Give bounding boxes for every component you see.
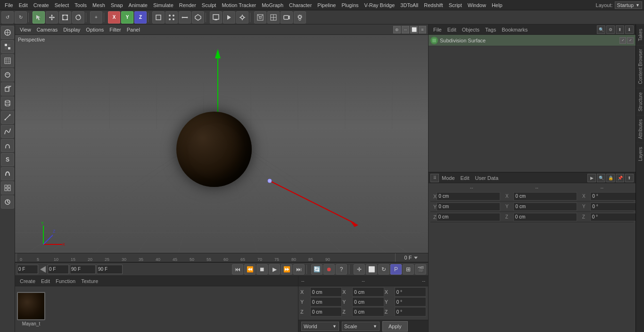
transform-z-rot[interactable] — [395, 307, 426, 316]
sidebar-btn-6[interactable] — [1, 97, 14, 110]
obj-visibility-btn[interactable]: ✓ — [619, 37, 626, 44]
attr-x-size-input[interactable] — [513, 192, 577, 201]
transform-x-size[interactable] — [352, 287, 384, 297]
menu-file[interactable]: File — [2, 1, 16, 9]
obj-render-btn[interactable]: ✓ — [627, 37, 634, 44]
create-button[interactable]: + — [90, 11, 102, 24]
viewport-container[interactable]: View Cameras Display Options Filter Pane… — [15, 24, 428, 253]
y-axis-button[interactable]: Y — [121, 11, 133, 24]
menu-simulate[interactable]: Simulate — [150, 1, 176, 9]
playback-rot[interactable]: ↻ — [378, 264, 389, 275]
light-btn[interactable] — [294, 11, 306, 24]
layout-selector[interactable]: Startup ▼ — [615, 1, 642, 9]
menu-3dtoall[interactable]: 3DToAll — [397, 1, 421, 9]
attr-z-pos-input[interactable] — [437, 213, 500, 221]
menu-pipeline[interactable]: Pipeline — [314, 1, 339, 9]
sidebar-btn-8[interactable] — [1, 125, 14, 138]
menu-render[interactable]: Render — [176, 1, 199, 9]
edges-mode-button[interactable] — [179, 11, 191, 24]
obj-toolbar-tags[interactable]: Tags — [482, 26, 499, 33]
menu-vray[interactable]: V-Ray Bridge — [362, 1, 398, 9]
obj-toolbar-edit[interactable]: Edit — [445, 26, 459, 33]
menu-select[interactable]: Select — [52, 1, 72, 9]
object-row-subdivision[interactable]: Subdivision Surface ✓ ✓ — [429, 35, 636, 46]
attr-z-size-input[interactable] — [513, 213, 577, 221]
playback-go-end[interactable]: ⏭ — [293, 264, 305, 275]
tab-takes[interactable]: Takes — [636, 24, 644, 45]
undo-button[interactable]: ↺ — [1, 11, 14, 24]
obj-toolbar-bookmarks[interactable]: Bookmarks — [499, 26, 530, 33]
menu-sculpt[interactable]: Sculpt — [199, 1, 219, 9]
sidebar-btn-2[interactable] — [1, 40, 14, 53]
materials-edit[interactable]: Edit — [38, 277, 53, 285]
move-tool-button[interactable] — [46, 11, 58, 24]
playback-film[interactable]: 🎬 — [415, 264, 426, 275]
playback-end-input1[interactable] — [70, 265, 96, 274]
viewport-options[interactable]: Options — [83, 26, 107, 33]
sidebar-btn-1[interactable] — [1, 26, 14, 39]
camera-btn[interactable] — [281, 11, 293, 24]
z-axis-button[interactable]: Z — [134, 11, 147, 24]
obj-search-icon[interactable]: 🔍 — [597, 25, 605, 34]
playback-key[interactable]: ⬜ — [366, 264, 377, 275]
playback-p[interactable]: P — [390, 264, 402, 275]
transform-scale-dropdown[interactable]: Scale ▼ — [342, 322, 380, 331]
menu-edit[interactable]: Edit — [16, 1, 31, 9]
render-region-button[interactable] — [210, 11, 222, 24]
playback-play[interactable]: ▶ — [269, 264, 280, 275]
transform-world-dropdown[interactable]: World ▼ — [301, 322, 339, 331]
sidebar-btn-12[interactable] — [1, 181, 14, 194]
menu-create[interactable]: Create — [31, 1, 52, 9]
viewport-view[interactable]: View — [17, 26, 34, 33]
attr-toolbar-userdata[interactable]: User Data — [472, 174, 502, 182]
playback-record[interactable]: ⏺ — [323, 264, 335, 275]
attr-arrow-icon[interactable]: ▶ — [587, 174, 596, 182]
menu-tools[interactable]: Tools — [72, 1, 90, 9]
viewport-corner-btn-1[interactable]: ⊕ — [393, 26, 401, 33]
viewport-panel[interactable]: Panel — [124, 26, 143, 33]
sidebar-btn-13[interactable] — [1, 195, 14, 209]
transform-z-pos[interactable] — [310, 307, 342, 316]
playback-prev-frame[interactable]: ⏪ — [244, 264, 256, 275]
menu-help[interactable]: Help — [489, 1, 505, 9]
playback-help[interactable]: ? — [336, 264, 347, 275]
materials-create[interactable]: Create — [17, 277, 38, 285]
menu-mograph[interactable]: MoGraph — [259, 1, 286, 9]
sidebar-btn-9[interactable] — [1, 139, 14, 152]
menu-redshift[interactable]: Redshift — [421, 1, 446, 9]
transform-y-rot[interactable] — [395, 297, 426, 307]
object-mode-button[interactable] — [152, 11, 165, 24]
rotate-tool-button[interactable] — [72, 11, 84, 24]
sidebar-btn-7[interactable] — [1, 111, 14, 124]
sidebar-btn-10[interactable]: S — [1, 153, 14, 166]
materials-function[interactable]: Function — [53, 277, 78, 285]
obj-collapse-icon[interactable]: ⬇ — [625, 25, 634, 34]
attr-y-size-input[interactable] — [513, 202, 577, 211]
poly-mode-button[interactable] — [192, 11, 204, 24]
attr-y-pos-input[interactable] — [437, 202, 500, 211]
viewport-corner-btn-3[interactable]: ⬜ — [410, 26, 418, 33]
tab-content-browser[interactable]: Content Browser — [636, 45, 644, 88]
viewport-canvas[interactable]: Perspective X Y Z Grid Spacing : 100 cm — [15, 35, 428, 253]
tab-attributes[interactable]: Attributes — [636, 115, 644, 143]
attr-pin-icon[interactable]: 📌 — [616, 174, 624, 182]
perspective-btn[interactable] — [254, 11, 266, 24]
viewport-corner-btn-4[interactable]: ≡ — [419, 26, 426, 33]
render-settings-button[interactable] — [236, 11, 248, 24]
playback-move-tool[interactable]: ✛ — [354, 264, 365, 275]
menu-plugins[interactable]: Plugins — [339, 1, 361, 9]
obj-toolbar-objects[interactable]: Objects — [459, 26, 482, 33]
playback-stop[interactable]: ⏹ — [256, 264, 268, 275]
material-thumbnail[interactable] — [17, 292, 45, 320]
points-mode-button[interactable] — [165, 11, 178, 24]
sidebar-btn-5[interactable] — [1, 82, 14, 96]
transform-x-pos[interactable] — [310, 287, 342, 297]
attr-toolbar-edit[interactable]: Edit — [458, 174, 472, 182]
menu-animate[interactable]: Animate — [126, 1, 150, 9]
render-button[interactable] — [223, 11, 235, 24]
obj-expand-icon[interactable]: ⬆ — [616, 25, 624, 34]
attr-x-pos-input[interactable] — [437, 192, 500, 201]
playback-loop[interactable]: 🔄 — [311, 264, 322, 275]
playback-start-input[interactable] — [17, 265, 38, 274]
playback-grid[interactable]: ⊞ — [403, 264, 414, 275]
